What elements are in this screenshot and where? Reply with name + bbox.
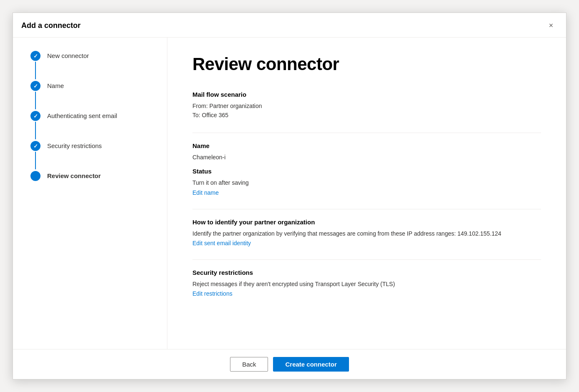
status-value: Turn it on after saving — [192, 178, 541, 187]
step-circle-authenticating: ✓ — [30, 111, 40, 121]
step-circle-new-connector: ✓ — [30, 51, 40, 61]
step-label-authenticating: Authenticating sent email — [47, 110, 117, 120]
step-label-review: Review connector — [47, 170, 101, 180]
identify-partner-label: How to identify your partner organizatio… — [192, 219, 541, 226]
dialog-title: Add a connector — [21, 21, 81, 30]
security-restrictions-label: Security restrictions — [192, 269, 541, 276]
divider-2 — [192, 209, 541, 209]
sidebar-item-security-restrictions[interactable]: ✓ Security restrictions — [30, 140, 167, 170]
add-connector-dialog: Add a connector × ✓ New connector ✓ — [13, 13, 566, 379]
sidebar-item-new-connector[interactable]: ✓ New connector — [30, 50, 167, 80]
dialog-body: ✓ New connector ✓ Name — [13, 38, 566, 349]
step-line-1 — [35, 62, 36, 79]
name-section-label: Name — [192, 142, 541, 149]
dialog-footer: Back Create connector — [13, 349, 566, 379]
sidebar-item-authenticating[interactable]: ✓ Authenticating sent email — [30, 110, 167, 140]
step-label-security: Security restrictions — [47, 140, 102, 150]
mail-flow-label: Mail flow scenario — [192, 91, 541, 98]
sidebar-item-name[interactable]: ✓ Name — [30, 80, 167, 110]
back-button[interactable]: Back — [230, 357, 268, 372]
step-circle-security: ✓ — [30, 141, 40, 151]
connector-name-value: Chameleon-i — [192, 153, 541, 162]
section-mail-flow: Mail flow scenario From: Partner organiz… — [192, 91, 541, 120]
dialog-header: Add a connector × — [13, 13, 566, 38]
step-label-name: Name — [47, 80, 64, 90]
step-circle-review — [30, 171, 40, 181]
section-identify-partner: How to identify your partner organizatio… — [192, 219, 541, 247]
section-security-restrictions-review: Security restrictions Reject messages if… — [192, 269, 541, 297]
step-line-4 — [35, 152, 36, 169]
edit-restrictions-link[interactable]: Edit restrictions — [192, 290, 233, 297]
step-line-3 — [35, 122, 36, 139]
divider-1 — [192, 133, 541, 133]
create-connector-button[interactable]: Create connector — [273, 357, 349, 372]
section-name: Name Chameleon-i Status Turn it on after… — [192, 142, 541, 196]
main-content: Review connector Mail flow scenario From… — [167, 38, 566, 349]
step-circle-name: ✓ — [30, 81, 40, 91]
sidebar: ✓ New connector ✓ Name — [13, 38, 167, 349]
close-button[interactable]: × — [544, 19, 558, 32]
page-heading: Review connector — [192, 54, 541, 74]
identify-partner-value: Identify the partner organization by ver… — [192, 229, 541, 238]
divider-3 — [192, 259, 541, 260]
step-label-new-connector: New connector — [47, 50, 89, 60]
security-restrictions-value: Reject messages if they aren't encrypted… — [192, 279, 541, 289]
mail-flow-to: To: Office 365 — [192, 111, 541, 120]
mail-flow-from: From: Partner organization — [192, 101, 541, 111]
edit-sent-email-identity-link[interactable]: Edit sent email identity — [192, 240, 251, 246]
step-line-2 — [35, 92, 36, 109]
edit-name-link[interactable]: Edit name — [192, 189, 219, 196]
status-label: Status — [192, 168, 541, 175]
sidebar-item-review-connector[interactable]: Review connector — [30, 170, 167, 181]
